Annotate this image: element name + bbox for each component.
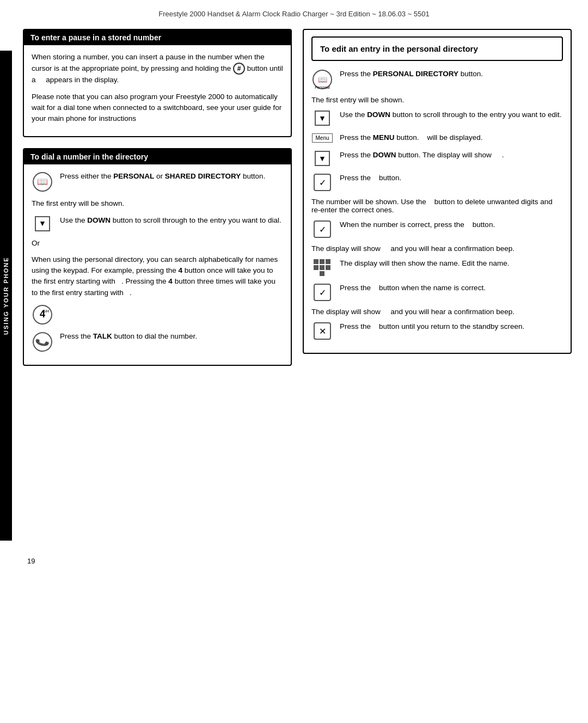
edit-row-check3: ✓ Press the button when the name is corr… [311,283,563,301]
hash-icon-inline: # [233,64,247,72]
edit-row-down1: ▼ Use the DOWN button to scroll through … [311,109,563,126]
section-edit-title: To edit an entry in the personal directo… [311,36,563,61]
section-dial: To dial a number in the directory 📖 Pres… [23,148,292,366]
edit-row-book: 📖 Personal Press the PERSONAL DIRECTORY … [311,69,563,89]
dial-row-down: ▼ Use the DOWN button to scroll through … [32,215,283,231]
edit-row-down2: ▼ Press the DOWN button. The display wil… [311,150,563,166]
sidebar-label: USING YOUR PHONE [0,51,12,541]
phone-icon: 📞 [34,333,52,351]
section-pause-title: To enter a pause in a stored number [24,30,291,45]
check-btn-icon-2: ✓ [311,220,333,238]
book-icon-2: 📖 [318,75,327,84]
x-btn-icon: ✕ [311,322,333,340]
check-btn-icon-1: ✓ [311,174,333,191]
menu-btn-icon: Menu [311,133,333,143]
section-dial-title: To dial a number in the directory [24,149,291,164]
section-dial-content: 📖 Press either the PERSONAL or SHARED DI… [24,164,291,365]
edit-row-check2: ✓ When the number is correct, press the … [311,219,563,238]
section-edit: To edit an entry in the personal directo… [303,29,572,354]
left-column: To enter a pause in a stored number When… [23,29,292,541]
talk-button-icon: 📞 [32,332,53,352]
dial-row-talk: 📞 Press the TALK button to dial the numb… [32,331,283,352]
down-arrow-icon: ▼ [39,218,46,229]
down-btn-icon-2: ▼ [311,151,333,166]
down-btn-icon-1: ▼ [311,111,333,126]
edit-row-grid: The display will then show the name. Edi… [311,258,563,276]
check-btn-icon-3: ✓ [311,284,333,301]
edit-row-x: ✕ Press the button until you return to t… [311,321,563,340]
personal-dir-icon: 📖 Personal [311,70,333,89]
right-column: To edit an entry in the personal directo… [303,29,572,541]
book-icon: 📖 [37,175,48,188]
edit-row-check1: ✓ Press the button. [311,173,563,191]
section-pause-content: When storing a number, you can insert a … [24,45,291,136]
edit-row-menu: Menu Press the MENU button. will be disp… [311,132,563,143]
keypad-grid-icon [311,259,333,276]
personal-directory-icon: 📖 [32,172,53,192]
section-pause: To enter a pause in a stored number When… [23,29,292,137]
page-header: Freestyle 2000 Handset & Alarm Clock Rad… [0,0,588,23]
page-number: 19 [0,552,588,571]
keypad-4-icon: 4 GH [32,305,53,324]
dial-row-4: 4 GH [32,304,283,324]
down-button-icon: ▼ [32,216,53,231]
dial-row-book: 📖 Press either the PERSONAL or SHARED DI… [32,171,283,192]
